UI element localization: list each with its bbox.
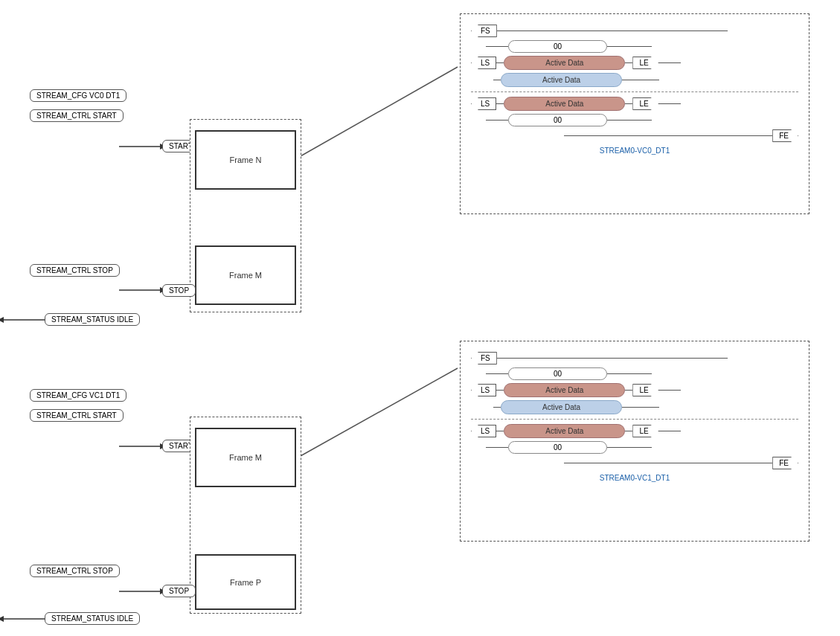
fs-line-1 [497,30,728,31]
ls-label-1b: LS [471,97,496,110]
fs-row-2: FS [471,352,798,364]
dashed-separator-1 [471,91,798,92]
val00-row-1: 00 [486,40,798,53]
active-data-blue-row-1: Active Data [493,73,798,87]
stream-status-idle-1-label: STREAM_STATUS IDLE [45,313,140,326]
active-data-blue-2: Active Data [501,400,622,414]
stop-2-pill: STOP [162,585,196,597]
val00-row-2: 00 [486,367,798,380]
le-label-1: LE [632,57,658,69]
stream-diagram-2: FS 00 LS Active Data LE Active Data [460,341,809,542]
ls-label-2b: LS [471,425,496,437]
stream-cfg-vc1-label: STREAM_CFG VC1 DT1 [30,389,126,402]
stream-diagram-1: FS 00 LS Active Data LE Active Data [460,13,809,214]
stream-ctrl-start-2-label: STREAM_CTRL START [30,409,124,422]
active-data-red-1b: Active Data [504,97,625,111]
val-00-pill-1: 00 [508,40,607,53]
val-00-pill-2: 00 [508,367,607,380]
svg-line-9 [294,67,458,160]
dashed-separator-2 [471,419,798,420]
ls-active-data-row-1: LS Active Data LE [471,56,798,70]
ls-active-data-row-1b: LS Active Data LE [471,97,798,111]
stream-ctrl-stop-2-label: STREAM_CTRL STOP [30,565,120,577]
svg-marker-8 [0,317,4,323]
stream0-vc1-dt1-title: STREAM0-VC1_DT1 [471,474,798,482]
val-00-pill-1b: 00 [508,114,607,126]
stream-ctrl-start-1-label: STREAM_CTRL START [30,109,124,122]
diagram: STREAM_CFG VC0 DT1 STREAM_CTRL START STA… [0,0,840,636]
fs-label-2: FS [471,352,497,364]
svg-marker-18 [0,616,4,622]
frame-m1-box: Frame M [195,245,296,305]
svg-line-19 [294,368,458,460]
stream-ctrl-stop-1-label: STREAM_CTRL STOP [30,264,120,277]
frame-m2-box: Frame M [195,428,296,487]
frame-n-box: Frame N [195,130,296,190]
fs-line-2 [497,358,728,359]
active-data-red-2b: Active Data [504,424,625,438]
val-00-pill-2b: 00 [508,441,607,454]
val00-row-2b: 00 [486,441,798,454]
active-data-blue-1: Active Data [501,73,622,87]
fe-label-1: FE [772,129,798,142]
stream-status-idle-2-label: STREAM_STATUS IDLE [45,612,140,625]
ls-label-2: LS [471,384,496,396]
fe-row-1: FE [471,129,798,142]
le-label-1b: LE [632,97,658,110]
fs-row-1: FS [471,25,798,37]
stop-1-pill: STOP [162,284,196,297]
fe-label-2: FE [772,457,798,469]
active-data-red-1: Active Data [504,56,625,70]
fs-label-1: FS [471,25,497,37]
val00-row-1b: 00 [486,114,798,126]
stream-cfg-vc0-label: STREAM_CFG VC0 DT1 [30,89,126,102]
ls-active-data-row-2b: LS Active Data LE [471,424,798,438]
frame-p-box: Frame P [195,554,296,610]
stream0-vc0-dt1-title: STREAM0-VC0_DT1 [471,147,798,155]
ls-label-1: LS [471,57,496,69]
le-label-2b: LE [632,425,658,437]
ls-active-data-row-2: LS Active Data LE [471,383,798,397]
active-data-blue-row-2: Active Data [493,400,798,414]
fe-row-2: FE [471,457,798,469]
le-label-2: LE [632,384,658,396]
active-data-red-2: Active Data [504,383,625,397]
